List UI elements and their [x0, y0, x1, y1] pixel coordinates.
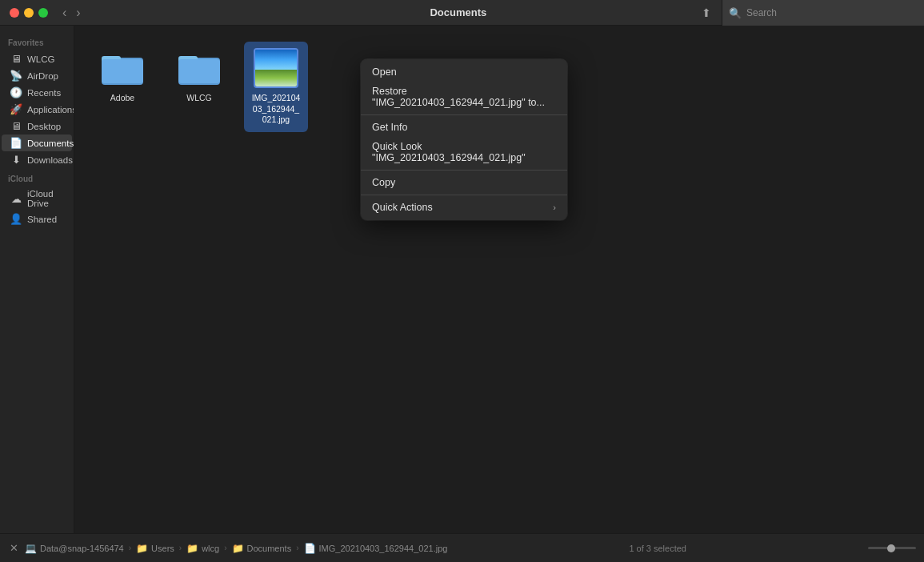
fullscreen-traffic-light[interactable] [38, 8, 48, 18]
submenu-arrow-icon: › [553, 203, 556, 212]
breadcrumb-img-file[interactable]: 📄 IMG_20210403_162944_021.jpg [304, 543, 448, 554]
file-item-img[interactable]: IMG_20210403_162944_021.jpg [244, 42, 308, 132]
context-menu: Open Restore "IMG_20210403_162944_021.jp… [361, 59, 567, 220]
wlcg-icon: 🖥 [10, 53, 22, 65]
file-label: WLCG [186, 93, 212, 104]
nav-buttons: ‹ › [54, 4, 89, 22]
sidebar-item-wlcg[interactable]: 🖥 WLCG [2, 50, 72, 67]
shared-icon: 👤 [10, 213, 22, 225]
sidebar-item-applications[interactable]: 🚀 Applications [2, 101, 72, 118]
breadcrumb-documents[interactable]: 📁 Documents [232, 543, 292, 554]
img-file-icon: 📄 [304, 543, 316, 554]
status-right [868, 547, 916, 549]
desktop-icon: 🖥 [10, 120, 22, 132]
sidebar-item-label: AirDrop [27, 71, 58, 81]
sidebar-item-label: iCloud Drive [27, 189, 64, 208]
breadcrumb-data[interactable]: 💻 Data@snap-1456474 [25, 543, 124, 554]
close-traffic-light[interactable] [10, 8, 19, 18]
selection-info: 1 of 3 selected [452, 544, 863, 553]
applications-icon: 🚀 [10, 103, 22, 115]
sidebar-item-label: Shared [27, 215, 57, 224]
documents-icon: 📄 [10, 137, 22, 149]
breadcrumb-chevron-1: › [129, 544, 131, 552]
menu-item-label: Copy [372, 177, 395, 188]
sidebar-item-label: WLCG [27, 54, 55, 64]
menu-item-get-info[interactable]: Get Info [361, 118, 567, 137]
wlcg-folder-icon: 📁 [186, 543, 198, 554]
menu-separator-1 [361, 114, 567, 115]
share-icon[interactable]: ⬆ [698, 5, 714, 21]
breadcrumb-label: IMG_20210403_162944_021.jpg [319, 544, 448, 553]
traffic-lights [0, 8, 54, 18]
users-folder-icon: 📁 [136, 543, 148, 554]
breadcrumb-chevron-3: › [224, 544, 226, 552]
image-thumbnail [254, 48, 298, 88]
menu-item-copy[interactable]: Copy [361, 173, 567, 192]
sidebar-item-documents[interactable]: 📄 Documents [2, 134, 72, 151]
main-container: Favorites 🖥 WLCG 📡 AirDrop 🕐 Recents 🚀 A… [0, 26, 924, 562]
menu-item-open[interactable]: Open [361, 62, 567, 82]
svg-rect-2 [102, 59, 143, 83]
sidebar-item-icloud-drive[interactable]: ☁ iCloud Drive [2, 187, 72, 211]
sidebar: Favorites 🖥 WLCG 📡 AirDrop 🕐 Recents 🚀 A… [0, 26, 74, 562]
forward-button[interactable]: › [73, 4, 83, 22]
breadcrumb-label: Documents [247, 544, 292, 553]
breadcrumb-users[interactable]: 📁 Users [136, 543, 174, 554]
menu-item-quick-look[interactable]: Quick Look "IMG_20210403_162944_021.jpg" [361, 137, 567, 167]
menu-item-label: Quick Actions [372, 202, 433, 213]
statusbar-close-button[interactable]: ✕ [8, 540, 20, 556]
search-input[interactable] [746, 7, 918, 18]
toolbar-right: ⬆ ⬆ ⊞ ☰ ⬜ ⬛ ⊞▾ ⬆ 😊▾ 🔍 [698, 0, 924, 26]
downloads-icon: ⬇ [10, 154, 22, 166]
data-icon: 💻 [25, 543, 37, 554]
sidebar-item-label: Documents [27, 138, 74, 148]
folder-icon-wlcg [177, 48, 222, 88]
file-item-adobe[interactable]: Adobe [90, 42, 154, 132]
sidebar-item-label: Recents [27, 88, 61, 98]
breadcrumb-label: wlcg [202, 544, 219, 553]
zoom-slider-thumb[interactable] [887, 544, 895, 552]
sidebar-item-label: Downloads [27, 155, 73, 165]
minimize-traffic-light[interactable] [24, 8, 34, 18]
breadcrumb-label: Data@snap-1456474 [40, 544, 124, 553]
breadcrumb-wlcg[interactable]: 📁 wlcg [186, 543, 219, 554]
menu-item-label: Restore "IMG_20210403_162944_021.jpg" to… [372, 86, 556, 108]
file-label: IMG_20210403_162944_021.jpg [250, 93, 302, 126]
airdrop-icon: 📡 [10, 70, 22, 82]
breadcrumb-chevron-4: › [296, 544, 298, 552]
icloud-label: iCloud [0, 168, 74, 187]
menu-item-label: Quick Look "IMG_20210403_162944_021.jpg" [372, 141, 556, 163]
statusbar: ✕ 💻 Data@snap-1456474 › 📁 Users › 📁 wlcg… [0, 533, 924, 562]
breadcrumb-label: Users [151, 544, 174, 553]
menu-item-label: Get Info [372, 122, 407, 133]
sidebar-item-recents[interactable]: 🕐 Recents [2, 84, 72, 101]
svg-rect-5 [178, 59, 220, 83]
sidebar-item-label: Applications [27, 105, 74, 114]
favorites-label: Favorites [0, 32, 74, 50]
thumb-sky [255, 50, 297, 70]
sidebar-item-shared[interactable]: 👤 Shared [2, 211, 72, 227]
menu-separator-3 [361, 195, 567, 195]
search-bar: 🔍 [722, 0, 924, 26]
file-label: Adobe [110, 93, 134, 104]
breadcrumb-chevron-2: › [179, 544, 182, 552]
menu-separator-2 [361, 170, 567, 171]
documents-folder-icon: 📁 [232, 543, 244, 554]
menu-item-quick-actions[interactable]: Quick Actions › [361, 198, 567, 217]
recents-icon: 🕐 [10, 86, 22, 98]
sidebar-item-airdrop[interactable]: 📡 AirDrop [2, 67, 72, 84]
titlebar: ‹ › Documents ⬆ ⬆ ⊞ ☰ ⬜ ⬛ ⊞▾ ⬆ 😊▾ 🔍 [0, 0, 924, 26]
icloud-drive-icon: ☁ [10, 193, 22, 205]
back-button[interactable]: ‹ [59, 4, 70, 22]
sidebar-item-downloads[interactable]: ⬇ Downloads [2, 151, 72, 168]
content-area: Adobe WLCG IMG_20210403_162944_021.jpg [74, 26, 924, 562]
folder-icon-adobe [100, 48, 145, 88]
thumb-ground [255, 70, 297, 86]
zoom-slider[interactable] [868, 547, 916, 549]
sidebar-item-label: Desktop [27, 122, 61, 131]
menu-item-restore[interactable]: Restore "IMG_20210403_162944_021.jpg" to… [361, 82, 567, 112]
sidebar-item-desktop[interactable]: 🖥 Desktop [2, 118, 72, 134]
menu-item-label: Open [372, 66, 397, 78]
search-icon: 🔍 [729, 7, 742, 19]
file-item-wlcg[interactable]: WLCG [167, 42, 231, 132]
